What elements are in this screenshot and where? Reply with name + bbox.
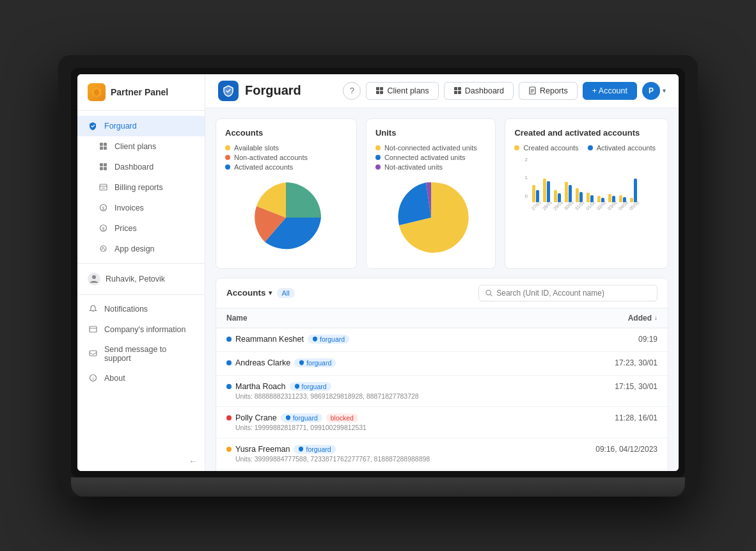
bar-act-2 — [547, 181, 550, 202]
svg-rect-24 — [376, 87, 379, 90]
sidebar-divider — [77, 263, 205, 264]
company-icon — [88, 324, 98, 335]
svg-text:i: i — [92, 376, 93, 381]
tag-forguard-4: forguard — [281, 413, 322, 422]
appdesign-icon — [98, 244, 108, 254]
units-pie-chart — [393, 179, 469, 256]
user-menu-button[interactable]: P ▾ — [642, 82, 666, 100]
search-input[interactable] — [496, 289, 650, 298]
bar-group-2: 28/01 — [542, 160, 552, 208]
sidebar-item-forguard-label: Forguard — [104, 122, 137, 131]
client-plans-button[interactable]: Client plans — [366, 82, 438, 100]
sidebar-item-forguard[interactable]: Forguard — [77, 116, 205, 136]
sidebar-item-appdesign[interactable]: App design — [77, 239, 205, 259]
row-name-3: Martha Roach forguard Units: 88888882311… — [226, 382, 594, 400]
dashboard-btn-icon — [453, 86, 462, 95]
sidebar-item-client-plans-label: Client plans — [114, 142, 156, 151]
dot-notconn — [375, 145, 381, 150]
sidebar-item-about[interactable]: i About — [77, 368, 205, 388]
sidebar-item-dashboard[interactable]: Dashboard — [77, 157, 205, 177]
sidebar-item-prices[interactable]: $ Prices — [77, 218, 205, 239]
screen-bezel: Partner Panel Forguard — [71, 68, 685, 477]
sidebar-item-billing[interactable]: Billing reports — [77, 177, 205, 198]
row-name-line-5: Yusra Freeman forguard — [226, 445, 594, 454]
add-account-label: + Account — [592, 86, 627, 95]
sidebar-user-name: Ruhavik, Petovik — [106, 275, 165, 283]
col-added-header: Added ↓ — [628, 314, 658, 323]
table-row[interactable]: Martha Roach forguard Units: 88888882311… — [216, 376, 668, 407]
table-header-left: Accounts ▾ All — [226, 288, 295, 298]
table-row[interactable]: Andreas Clarke forguard 17:23, — [216, 352, 668, 376]
search-box[interactable] — [478, 285, 658, 301]
bar-created-1 — [532, 185, 535, 202]
svg-point-17 — [100, 246, 106, 252]
add-account-button[interactable]: + Account — [583, 82, 637, 100]
tag-forguard-1: forguard — [308, 335, 349, 344]
reports-button[interactable]: Reports — [519, 82, 578, 100]
sidebar-item-client-plans[interactable]: Client plans — [77, 136, 205, 157]
svg-rect-27 — [380, 91, 383, 94]
dropdown-chevron-icon: ▾ — [269, 289, 272, 296]
laptop-frame: Partner Panel Forguard — [58, 55, 698, 497]
row-name-line-1: Reammann Keshet forguard — [226, 335, 594, 344]
svg-rect-19 — [90, 326, 97, 332]
filter-all-label: All — [282, 289, 290, 297]
bar-created-7 — [597, 196, 601, 202]
help-icon: ? — [350, 86, 354, 95]
sidebar-item-support[interactable]: Send message to support — [77, 340, 205, 368]
row-name-line-2: Andreas Clarke forguard — [226, 358, 594, 367]
sidebar-item-company[interactable]: Company's information — [77, 319, 205, 340]
created-chart-title: Created and activated accounts — [514, 128, 659, 138]
legend-act-label: Activated accounts — [597, 144, 656, 152]
dot-nonactivated — [225, 155, 230, 160]
bell-icon — [88, 304, 98, 314]
accounts-pie-container — [225, 176, 347, 259]
tag-forguard-5: forguard — [294, 445, 335, 454]
sidebar-divider-2 — [77, 294, 205, 295]
row-added-3: 17:15, 30/01 — [594, 382, 658, 391]
bar-created-2 — [543, 179, 546, 202]
top-bar: Forguard ? Cl — [205, 74, 679, 108]
sidebar-item-notifications[interactable]: Notifications — [77, 299, 205, 319]
screen: Partner Panel Forguard — [77, 74, 679, 471]
collapse-icon: ← — [189, 456, 197, 466]
collapse-button[interactable]: ← — [77, 451, 205, 471]
row-name-line-3: Martha Roach forguard — [226, 382, 594, 391]
accounts-dropdown[interactable]: Accounts ▾ — [226, 288, 272, 298]
row-dot-2 — [226, 360, 232, 365]
sidebar-item-invoices[interactable]: $ Invoices — [77, 198, 205, 218]
bar-group-1: 27/01 — [531, 160, 541, 208]
sidebar-item-dashboard-label: Dashboard — [114, 163, 154, 172]
top-bar-right: ? Client plans — [343, 82, 666, 100]
filter-all-tag[interactable]: All — [277, 288, 295, 298]
table-row[interactable]: Yusra Freeman forguard Units: 3999988477… — [216, 438, 668, 470]
prices-icon: $ — [98, 223, 108, 234]
row-name-text-5: Yusra Freeman — [235, 445, 290, 454]
charts-row: Accounts Available slots Non-activated a… — [216, 118, 668, 269]
row-dot-3 — [226, 384, 232, 389]
created-chart-card: Created and activated accounts Created a… — [505, 118, 668, 269]
legend-item-conn: Connected activated units — [375, 154, 487, 161]
sidebar-item-billing-label: Billing reports — [114, 183, 163, 192]
accounts-legend: Available slots Non-activated accounts A… — [225, 144, 347, 171]
help-button[interactable]: ? — [343, 82, 361, 100]
table-row[interactable]: Reammann Keshet forguard 09:19 — [216, 328, 668, 352]
dashboard-button[interactable]: Dashboard — [444, 82, 514, 100]
sidebar-user[interactable]: Ruhavik, Petovik — [77, 268, 205, 291]
sidebar-item-company-label: Company's information — [104, 325, 185, 334]
dot-created — [514, 145, 519, 150]
row-name-4: Polly Crane forguard blocked — [226, 413, 594, 431]
svg-point-36 — [486, 290, 491, 294]
svg-rect-2 — [100, 143, 103, 146]
bar-group-4: 30/01 — [563, 160, 574, 208]
bar-created-9 — [619, 195, 622, 202]
page-title: Forguard — [245, 83, 301, 98]
row-name-text-2: Andreas Clarke — [235, 358, 290, 367]
table-card: Accounts ▾ All — [216, 278, 668, 471]
sidebar-item-about-label: About — [104, 374, 125, 383]
bar-group-5: 31/01 — [574, 160, 585, 208]
client-plans-btn-icon — [375, 86, 384, 95]
row-name-2: Andreas Clarke forguard — [226, 358, 594, 369]
table-row[interactable]: Polly Crane forguard blocked — [216, 407, 668, 438]
svg-rect-8 — [100, 167, 103, 170]
